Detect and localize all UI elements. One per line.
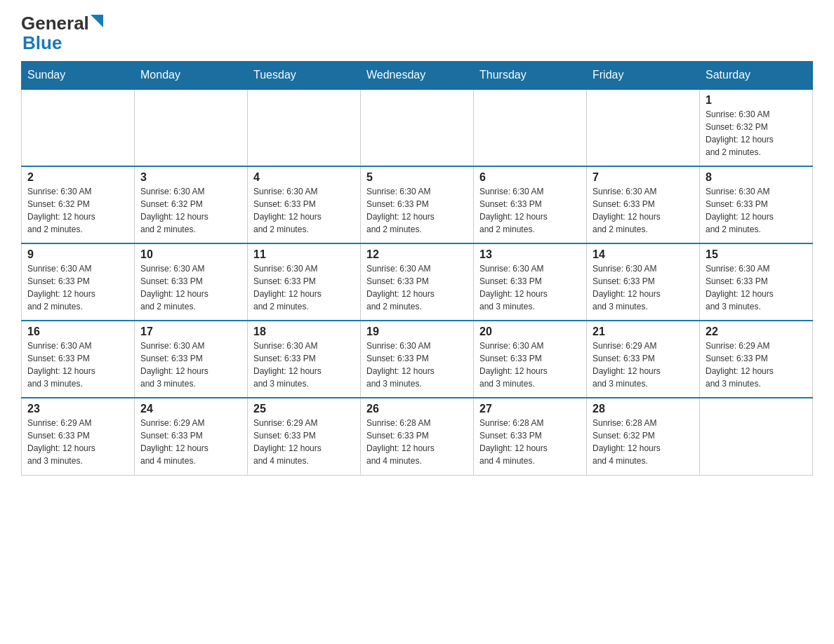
day-number: 13 xyxy=(479,248,581,261)
weekday-header-friday: Friday xyxy=(587,62,700,90)
day-number: 25 xyxy=(253,403,355,415)
day-info: Sunrise: 6:28 AM Sunset: 6:32 PM Dayligh… xyxy=(593,417,694,467)
calendar-cell: 24Sunrise: 6:29 AM Sunset: 6:33 PM Dayli… xyxy=(135,398,248,475)
weekday-header-saturday: Saturday xyxy=(700,62,813,90)
calendar-cell: 7Sunrise: 6:30 AM Sunset: 6:33 PM Daylig… xyxy=(587,166,700,243)
day-info: Sunrise: 6:30 AM Sunset: 6:32 PM Dayligh… xyxy=(140,185,241,236)
calendar-cell xyxy=(700,398,813,475)
day-number: 5 xyxy=(366,171,468,184)
page-header: General Blue xyxy=(21,14,813,54)
day-number: 15 xyxy=(706,248,807,261)
day-number: 21 xyxy=(593,326,694,338)
day-number: 10 xyxy=(140,248,241,261)
calendar-cell: 2Sunrise: 6:30 AM Sunset: 6:32 PM Daylig… xyxy=(22,166,135,243)
day-info: Sunrise: 6:30 AM Sunset: 6:32 PM Dayligh… xyxy=(706,108,807,159)
day-number: 14 xyxy=(593,248,694,261)
day-info: Sunrise: 6:29 AM Sunset: 6:33 PM Dayligh… xyxy=(27,417,128,467)
logo-blue-text: Blue xyxy=(22,32,62,53)
calendar-cell xyxy=(248,89,361,166)
weekday-header-wednesday: Wednesday xyxy=(361,62,474,90)
calendar-cell: 1Sunrise: 6:30 AM Sunset: 6:32 PM Daylig… xyxy=(700,89,813,166)
day-info: Sunrise: 6:30 AM Sunset: 6:33 PM Dayligh… xyxy=(366,262,468,313)
day-info: Sunrise: 6:30 AM Sunset: 6:32 PM Dayligh… xyxy=(27,185,128,236)
day-info: Sunrise: 6:29 AM Sunset: 6:33 PM Dayligh… xyxy=(140,417,241,467)
calendar-cell xyxy=(361,89,474,166)
day-number: 16 xyxy=(27,326,128,338)
day-number: 7 xyxy=(593,171,694,184)
day-info: Sunrise: 6:30 AM Sunset: 6:33 PM Dayligh… xyxy=(253,262,355,313)
day-number: 6 xyxy=(479,171,581,184)
day-number: 18 xyxy=(253,326,355,338)
day-number: 11 xyxy=(253,248,355,261)
calendar-cell: 23Sunrise: 6:29 AM Sunset: 6:33 PM Dayli… xyxy=(22,398,135,475)
calendar-week-5: 23Sunrise: 6:29 AM Sunset: 6:33 PM Dayli… xyxy=(22,398,813,475)
calendar-cell: 12Sunrise: 6:30 AM Sunset: 6:33 PM Dayli… xyxy=(361,243,474,321)
calendar-table: SundayMondayTuesdayWednesdayThursdayFrid… xyxy=(21,61,813,476)
day-number: 17 xyxy=(140,326,241,338)
calendar-cell: 5Sunrise: 6:30 AM Sunset: 6:33 PM Daylig… xyxy=(361,166,474,243)
weekday-header-thursday: Thursday xyxy=(474,62,587,90)
day-info: Sunrise: 6:30 AM Sunset: 6:33 PM Dayligh… xyxy=(706,185,807,236)
calendar-cell: 16Sunrise: 6:30 AM Sunset: 6:33 PM Dayli… xyxy=(22,321,135,398)
day-info: Sunrise: 6:30 AM Sunset: 6:33 PM Dayligh… xyxy=(366,340,468,390)
calendar-cell: 21Sunrise: 6:29 AM Sunset: 6:33 PM Dayli… xyxy=(587,321,700,398)
day-info: Sunrise: 6:30 AM Sunset: 6:33 PM Dayligh… xyxy=(706,262,807,313)
day-info: Sunrise: 6:28 AM Sunset: 6:33 PM Dayligh… xyxy=(366,417,468,467)
day-info: Sunrise: 6:28 AM Sunset: 6:33 PM Dayligh… xyxy=(479,417,581,467)
weekday-header-sunday: Sunday xyxy=(22,62,135,90)
day-number: 4 xyxy=(253,171,355,184)
calendar-week-1: 1Sunrise: 6:30 AM Sunset: 6:32 PM Daylig… xyxy=(22,89,813,166)
logo-triangle-icon xyxy=(91,15,103,30)
calendar-cell: 11Sunrise: 6:30 AM Sunset: 6:33 PM Dayli… xyxy=(248,243,361,321)
calendar-cell xyxy=(22,89,135,166)
day-info: Sunrise: 6:30 AM Sunset: 6:33 PM Dayligh… xyxy=(479,185,581,236)
calendar-cell: 25Sunrise: 6:29 AM Sunset: 6:33 PM Dayli… xyxy=(248,398,361,475)
calendar-cell: 8Sunrise: 6:30 AM Sunset: 6:33 PM Daylig… xyxy=(700,166,813,243)
day-number: 8 xyxy=(706,171,807,184)
calendar-cell: 13Sunrise: 6:30 AM Sunset: 6:33 PM Dayli… xyxy=(474,243,587,321)
day-info: Sunrise: 6:30 AM Sunset: 6:33 PM Dayligh… xyxy=(366,185,468,236)
logo: General Blue xyxy=(21,14,103,54)
calendar-cell: 4Sunrise: 6:30 AM Sunset: 6:33 PM Daylig… xyxy=(248,166,361,243)
day-number: 2 xyxy=(27,171,128,184)
day-info: Sunrise: 6:30 AM Sunset: 6:33 PM Dayligh… xyxy=(253,185,355,236)
calendar-cell: 3Sunrise: 6:30 AM Sunset: 6:32 PM Daylig… xyxy=(135,166,248,243)
calendar-cell: 26Sunrise: 6:28 AM Sunset: 6:33 PM Dayli… xyxy=(361,398,474,475)
day-info: Sunrise: 6:30 AM Sunset: 6:33 PM Dayligh… xyxy=(253,340,355,390)
day-info: Sunrise: 6:30 AM Sunset: 6:33 PM Dayligh… xyxy=(140,262,241,313)
day-info: Sunrise: 6:30 AM Sunset: 6:33 PM Dayligh… xyxy=(479,340,581,390)
calendar-cell: 19Sunrise: 6:30 AM Sunset: 6:33 PM Dayli… xyxy=(361,321,474,398)
day-info: Sunrise: 6:30 AM Sunset: 6:33 PM Dayligh… xyxy=(27,340,128,390)
day-info: Sunrise: 6:30 AM Sunset: 6:33 PM Dayligh… xyxy=(479,262,581,313)
calendar-week-4: 16Sunrise: 6:30 AM Sunset: 6:33 PM Dayli… xyxy=(22,321,813,398)
calendar-cell xyxy=(474,89,587,166)
day-info: Sunrise: 6:30 AM Sunset: 6:33 PM Dayligh… xyxy=(593,185,694,236)
weekday-header-tuesday: Tuesday xyxy=(248,62,361,90)
day-info: Sunrise: 6:29 AM Sunset: 6:33 PM Dayligh… xyxy=(593,340,694,390)
logo-general-text: General xyxy=(21,14,89,32)
calendar-cell: 14Sunrise: 6:30 AM Sunset: 6:33 PM Dayli… xyxy=(587,243,700,321)
calendar-cell xyxy=(587,89,700,166)
calendar-cell: 27Sunrise: 6:28 AM Sunset: 6:33 PM Dayli… xyxy=(474,398,587,475)
calendar-week-2: 2Sunrise: 6:30 AM Sunset: 6:32 PM Daylig… xyxy=(22,166,813,243)
day-info: Sunrise: 6:29 AM Sunset: 6:33 PM Dayligh… xyxy=(706,340,807,390)
calendar-cell: 9Sunrise: 6:30 AM Sunset: 6:33 PM Daylig… xyxy=(22,243,135,321)
day-number: 27 xyxy=(479,403,581,415)
day-info: Sunrise: 6:29 AM Sunset: 6:33 PM Dayligh… xyxy=(253,417,355,467)
calendar-cell: 15Sunrise: 6:30 AM Sunset: 6:33 PM Dayli… xyxy=(700,243,813,321)
day-number: 28 xyxy=(593,403,694,415)
day-number: 23 xyxy=(27,403,128,415)
day-number: 9 xyxy=(27,248,128,261)
calendar-cell: 22Sunrise: 6:29 AM Sunset: 6:33 PM Dayli… xyxy=(700,321,813,398)
calendar-cell: 28Sunrise: 6:28 AM Sunset: 6:32 PM Dayli… xyxy=(587,398,700,475)
day-info: Sunrise: 6:30 AM Sunset: 6:33 PM Dayligh… xyxy=(593,262,694,313)
calendar-cell: 18Sunrise: 6:30 AM Sunset: 6:33 PM Dayli… xyxy=(248,321,361,398)
calendar-cell xyxy=(135,89,248,166)
day-info: Sunrise: 6:30 AM Sunset: 6:33 PM Dayligh… xyxy=(27,262,128,313)
calendar-cell: 17Sunrise: 6:30 AM Sunset: 6:33 PM Dayli… xyxy=(135,321,248,398)
calendar-cell: 10Sunrise: 6:30 AM Sunset: 6:33 PM Dayli… xyxy=(135,243,248,321)
calendar-cell: 20Sunrise: 6:30 AM Sunset: 6:33 PM Dayli… xyxy=(474,321,587,398)
day-number: 22 xyxy=(706,326,807,338)
weekday-header-monday: Monday xyxy=(135,62,248,90)
day-number: 12 xyxy=(366,248,468,261)
